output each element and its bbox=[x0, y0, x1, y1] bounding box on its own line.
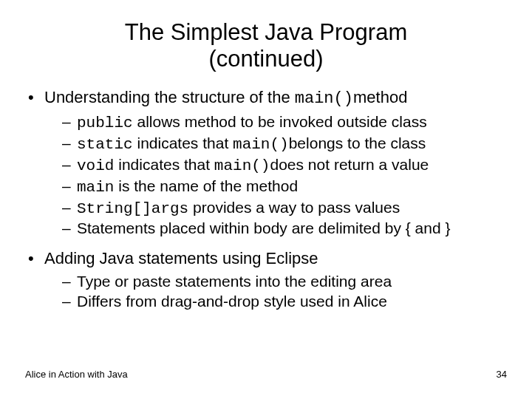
footer-left: Alice in Action with Java bbox=[25, 369, 128, 380]
slide: The Simplest Java Program (continued) Un… bbox=[0, 0, 532, 399]
b1-post: method bbox=[353, 88, 407, 106]
txt: indicates that bbox=[137, 134, 233, 151]
bullet-2: Adding Java statements using Eclipse bbox=[25, 249, 507, 269]
code: main() bbox=[233, 136, 289, 153]
b1-pre: Understanding the structure of the bbox=[44, 88, 295, 106]
txt: Differs from drag-and-drop style used in… bbox=[77, 293, 387, 310]
b2-txt: Adding Java statements using Eclipse bbox=[44, 249, 318, 267]
code: main bbox=[77, 179, 114, 196]
b1-code: main() bbox=[295, 89, 353, 108]
title-line-1: The Simplest Java Program bbox=[125, 19, 407, 45]
code: String[]args bbox=[77, 200, 188, 217]
sub-item: Type or paste statements into the editin… bbox=[25, 272, 507, 292]
code: public bbox=[77, 115, 133, 132]
title-line-2: (continued) bbox=[208, 46, 323, 72]
bullet-1-subs: public allows method to be invoked outsi… bbox=[25, 112, 507, 239]
txt: Type or paste statements into the editin… bbox=[77, 273, 392, 290]
txt: does not return a value bbox=[270, 156, 429, 173]
sub-item: main is the name of the method bbox=[25, 177, 507, 198]
txt: is the name of the method bbox=[118, 177, 298, 194]
code: main() bbox=[214, 157, 270, 174]
code: void bbox=[77, 157, 114, 174]
page-number: 34 bbox=[497, 369, 507, 380]
bullet-1: Understanding the structure of the main(… bbox=[25, 88, 507, 109]
sub-item: static indicates that main()belongs to t… bbox=[25, 134, 507, 155]
slide-title: The Simplest Java Program (continued) bbox=[25, 19, 507, 72]
txt: allows method to be invoked outside clas… bbox=[137, 113, 426, 130]
sub-item: Statements placed within body are delimi… bbox=[25, 219, 507, 239]
slide-content: Understanding the structure of the main(… bbox=[25, 88, 507, 312]
footer: Alice in Action with Java 34 bbox=[25, 369, 507, 380]
txt: Statements placed within body are delimi… bbox=[77, 219, 450, 236]
bullet-2-subs: Type or paste statements into the editin… bbox=[25, 272, 507, 312]
sub-item: Differs from drag-and-drop style used in… bbox=[25, 292, 507, 312]
txt: indicates that bbox=[118, 156, 214, 173]
txt: belongs to the class bbox=[289, 134, 426, 151]
txt: provides a way to pass values bbox=[193, 199, 400, 216]
code: static bbox=[77, 136, 133, 153]
sub-item: public allows method to be invoked outsi… bbox=[25, 112, 507, 134]
sub-item: String[]args provides a way to pass valu… bbox=[25, 198, 507, 219]
sub-item: void indicates that main()does not retur… bbox=[25, 155, 507, 177]
